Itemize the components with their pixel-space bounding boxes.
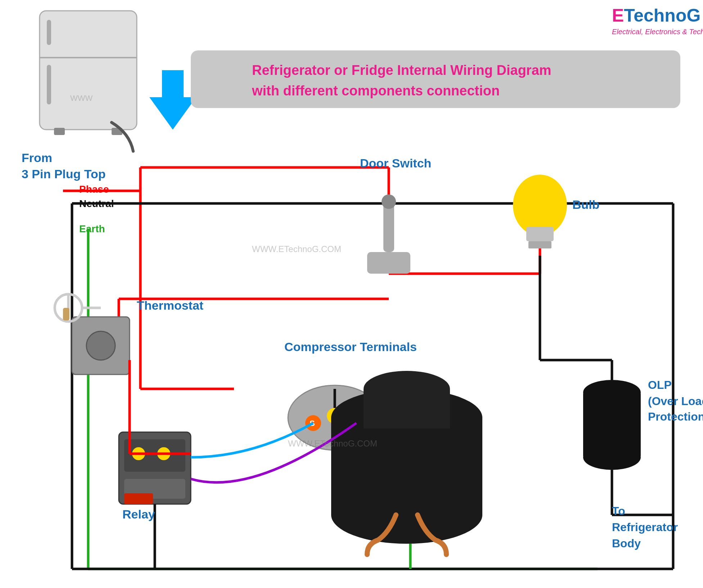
door-switch <box>367 194 410 274</box>
svg-point-39 <box>86 331 115 360</box>
svg-rect-4 <box>54 128 65 135</box>
svg-text:(Over Load: (Over Load <box>648 395 703 408</box>
svg-text:ETechnoG: ETechnoG <box>612 5 700 26</box>
svg-rect-61 <box>364 389 450 428</box>
svg-rect-36 <box>526 227 554 241</box>
svg-text:Compressor Terminals: Compressor Terminals <box>284 340 417 354</box>
svg-text:Earth: Earth <box>79 223 105 234</box>
svg-point-59 <box>331 486 482 544</box>
svg-text:From: From <box>22 151 52 165</box>
svg-text:WWW: WWW <box>70 94 93 103</box>
olp <box>583 380 641 470</box>
svg-text:OLP: OLP <box>648 378 672 391</box>
fridge-illustration: WWW <box>40 11 137 151</box>
svg-text:To: To <box>612 504 625 517</box>
svg-text:WWW.ETechnoG.COM: WWW.ETechnoG.COM <box>288 439 377 448</box>
svg-text:Neutral: Neutral <box>79 198 114 209</box>
svg-rect-37 <box>528 241 551 248</box>
main-container: WWW Refrigerator or Fridge Internal Wiri… <box>0 0 703 588</box>
svg-text:with different components conn: with different components connection <box>252 83 500 98</box>
svg-rect-8 <box>191 50 680 108</box>
svg-text:Body: Body <box>612 537 641 550</box>
svg-rect-0 <box>40 11 137 130</box>
svg-text:Protection): Protection) <box>648 410 703 423</box>
svg-text:Refrigerator or Fridge Interna: Refrigerator or Fridge Internal Wiring D… <box>252 63 551 78</box>
svg-text:Door Switch: Door Switch <box>360 156 431 170</box>
svg-point-34 <box>382 194 396 209</box>
svg-rect-3 <box>47 65 51 104</box>
arrow-down <box>149 70 196 130</box>
wiring-diagram: WWW Refrigerator or Fridge Internal Wiri… <box>0 0 703 588</box>
svg-rect-49 <box>124 493 153 504</box>
svg-text:Thermostat: Thermostat <box>137 299 203 312</box>
svg-text:3 Pin Plug Top: 3 Pin Plug Top <box>22 167 106 181</box>
svg-rect-2 <box>47 20 51 45</box>
svg-text:WWW.ETechnoG.COM: WWW.ETechnoG.COM <box>252 244 341 254</box>
svg-marker-7 <box>149 70 196 130</box>
compressor <box>331 371 482 555</box>
svg-text:Relay: Relay <box>122 507 155 521</box>
svg-text:Phase: Phase <box>79 184 109 195</box>
svg-rect-43 <box>63 308 69 320</box>
svg-rect-32 <box>367 252 410 274</box>
svg-text:Bulb: Bulb <box>572 198 600 211</box>
bulb <box>513 175 567 248</box>
svg-text:Electrical, Electronics & Tech: Electrical, Electronics & Technology <box>612 28 703 36</box>
svg-text:Refrigerator: Refrigerator <box>612 521 678 534</box>
svg-rect-33 <box>383 202 394 252</box>
svg-point-64 <box>583 445 641 470</box>
svg-point-35 <box>513 175 567 236</box>
